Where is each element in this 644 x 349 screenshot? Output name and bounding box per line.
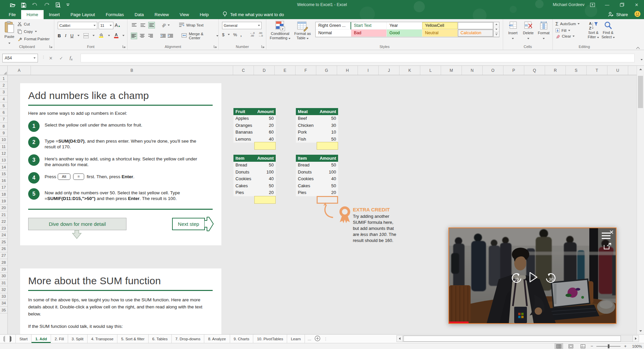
fill-button[interactable]: Fill <box>555 28 580 33</box>
column-header[interactable]: T <box>587 66 607 75</box>
table-row[interactable]: Beef50 <box>296 115 338 122</box>
row-header[interactable]: 4 <box>0 96 7 102</box>
fill-color-icon[interactable] <box>99 32 104 39</box>
row-header[interactable]: 6 <box>0 109 7 116</box>
cell-style-chip[interactable]: Start Text <box>351 22 387 30</box>
table-row[interactable]: Lemons40 <box>233 136 276 143</box>
row-header[interactable]: 18 <box>0 191 7 198</box>
number-format-select[interactable]: General <box>222 22 262 29</box>
bold-button[interactable]: B <box>58 33 61 38</box>
sheet-tab[interactable]: 4. Transpose <box>88 335 117 343</box>
conditional-formatting-button[interactable]: ≠ ConditionalFormatting <box>269 21 291 40</box>
accounting-format-icon[interactable]: $ <box>222 32 224 37</box>
account-user-name[interactable]: Michael Gordeev <box>553 2 585 7</box>
increase-indent-icon[interactable] <box>168 34 173 38</box>
align-right-icon[interactable] <box>148 33 154 39</box>
row-header[interactable]: 12 <box>0 150 7 157</box>
ribbon-tab[interactable]: Review <box>149 10 174 19</box>
video-progress-bar[interactable] <box>449 321 469 323</box>
fill-color-options-icon[interactable] <box>108 35 110 36</box>
ribbon-tab[interactable]: Insert <box>44 10 65 19</box>
copy-button[interactable]: Copy <box>17 29 37 34</box>
table-row[interactable]: Donuts100 <box>296 169 338 176</box>
cell-style-chip[interactable]: Normal <box>316 30 351 37</box>
font-color-icon[interactable]: A <box>114 33 118 38</box>
expand-formula-bar-icon[interactable] <box>641 56 643 62</box>
insert-cells-button[interactable]: Insert <box>506 21 520 40</box>
item-sum-yellow-cell[interactable] <box>254 196 276 204</box>
sheet-tab[interactable]: 6. Tables <box>149 335 172 343</box>
column-header[interactable]: G <box>316 66 337 75</box>
middle-align-icon[interactable] <box>140 22 146 29</box>
name-box[interactable]: A54 <box>2 54 38 62</box>
sheet-tab[interactable]: Learn <box>287 335 305 343</box>
column-header[interactable]: E <box>275 66 296 75</box>
table-row[interactable]: Chicken30 <box>296 122 338 129</box>
table-row[interactable]: Pork10 <box>296 129 338 136</box>
table-row[interactable]: Oranges20 <box>233 122 276 129</box>
row-header[interactable]: 26 <box>0 245 7 252</box>
vertical-scrollbar[interactable] <box>637 66 644 334</box>
sheet-nav-prev-icon[interactable] <box>3 337 5 341</box>
fruit-sum-yellow-cell[interactable] <box>254 142 276 150</box>
orientation-icon[interactable]: ab <box>161 22 167 28</box>
formula-input[interactable] <box>80 54 635 62</box>
table-row[interactable]: Fish50 <box>296 136 338 143</box>
autosum-button[interactable]: ΣAutoSum <box>555 21 580 27</box>
ribbon-display-options-icon[interactable] <box>585 0 600 9</box>
row-header[interactable]: 15 <box>0 170 7 177</box>
next-step-button[interactable]: Next step <box>172 218 205 230</box>
vertical-scroll-thumb[interactable] <box>638 76 643 108</box>
row-header[interactable]: 10 <box>0 137 7 143</box>
delete-cells-button[interactable]: Delete <box>521 21 535 40</box>
row-header[interactable]: 35 <box>0 307 7 313</box>
find-select-button[interactable]: Find &Select <box>601 21 615 39</box>
accounting-options-icon[interactable] <box>228 34 230 35</box>
video-popout-icon[interactable] <box>604 243 611 251</box>
underline-options-icon[interactable] <box>77 35 79 36</box>
cell-style-chip[interactable]: Calculation <box>458 30 493 37</box>
format-cells-button[interactable]: Format <box>537 21 551 40</box>
namebox-splitter[interactable]: ⋮ <box>42 55 46 59</box>
page-layout-view-icon[interactable] <box>567 343 575 349</box>
table-row[interactable]: Pies20 <box>296 189 338 196</box>
tell-me-box[interactable]: Tell me what you want to do <box>223 10 284 19</box>
ribbon-tab[interactable]: Page Layout <box>65 10 100 19</box>
format-as-table-button[interactable]: Format asTable <box>292 21 313 40</box>
row-header[interactable]: 1 <box>0 75 7 82</box>
format-painter-button[interactable]: Format Painter <box>17 37 50 41</box>
zoom-slider[interactable] <box>596 346 621 347</box>
play-button[interactable] <box>529 272 538 284</box>
font-size-select[interactable]: 11 <box>99 22 113 29</box>
cell-style-chip[interactable]: YellowCell <box>422 22 458 30</box>
font-color-options-icon[interactable] <box>122 35 124 36</box>
meat-sum-yellow-cell[interactable] <box>317 142 338 150</box>
column-header[interactable]: P <box>503 66 524 75</box>
row-header[interactable]: 27 <box>0 252 7 259</box>
cancel-formula-icon[interactable]: ✕ <box>49 56 53 61</box>
table-row[interactable]: Cakes50 <box>233 183 276 190</box>
ribbon-tab[interactable]: Home <box>21 10 44 19</box>
borders-options-icon[interactable] <box>93 35 95 36</box>
paste-button[interactable]: Paste <box>3 21 16 45</box>
row-header[interactable]: 2 <box>0 82 7 89</box>
sheet-tab[interactable]: 7. Drop-downs <box>172 335 205 343</box>
ribbon-tab[interactable]: Help <box>194 10 214 19</box>
dive-down-button[interactable]: Dive down for more detail <box>28 218 126 230</box>
table-row[interactable]: Bananas60 <box>233 129 276 136</box>
zoom-level[interactable]: 100% <box>630 344 642 348</box>
column-header[interactable]: A <box>8 66 31 75</box>
column-header[interactable]: K <box>399 66 420 75</box>
skip-forward-button[interactable]: 30 <box>545 272 557 285</box>
sheet-nav-next-icon[interactable] <box>10 337 11 341</box>
sheet-tab[interactable]: 2. Fill <box>51 335 68 343</box>
merge-center-label[interactable]: Merge & Center <box>189 32 214 40</box>
cell-style-chip[interactable]: Bad <box>351 30 387 37</box>
table-row[interactable]: Bread50 <box>296 162 338 169</box>
column-header[interactable]: S <box>566 66 587 75</box>
row-header[interactable]: 13 <box>0 157 7 164</box>
share-button[interactable]: Share <box>608 10 628 19</box>
table-row[interactable]: Cookies40 <box>296 176 338 183</box>
scroll-right-icon[interactable] <box>633 335 639 342</box>
column-header[interactable]: H <box>337 66 358 75</box>
